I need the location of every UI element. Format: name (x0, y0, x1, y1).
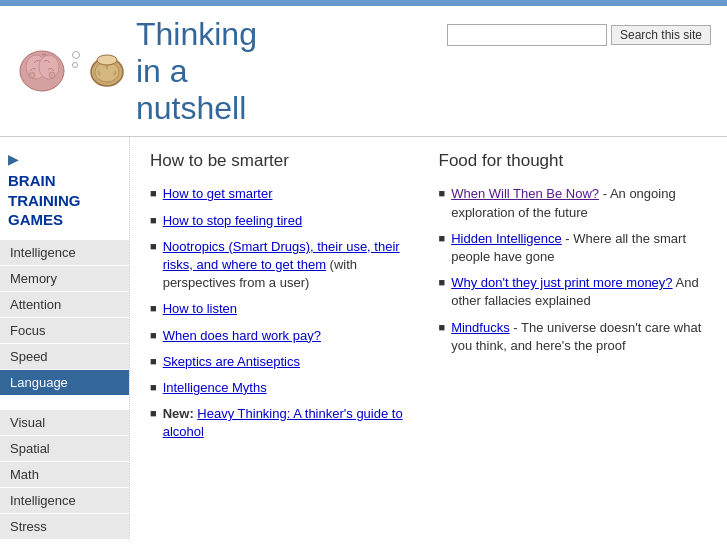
link-myths[interactable]: Intelligence Myths (163, 380, 267, 395)
bullet-icon: ■ (439, 232, 446, 244)
bullet-icon: ■ (150, 240, 157, 252)
left-column: How to be smarter ■ How to get smarter ■… (150, 151, 419, 526)
list-item: ■ Skeptics are Antiseptics (150, 353, 419, 371)
walnut-icon (88, 52, 126, 90)
brain-icon (16, 45, 68, 97)
bullet-icon: ■ (150, 407, 157, 419)
bullet-icon: ■ (150, 302, 157, 314)
link-hidden-intel[interactable]: Hidden Intelligence (451, 231, 562, 246)
link-nootropics[interactable]: Nootropics (Smart Drugs), their use, the… (163, 239, 400, 272)
main-layout: ▶ BRAIN TRAINING GAMES Intelligence Memo… (0, 137, 727, 540)
bullet-icon: ■ (150, 355, 157, 367)
left-column-list: ■ How to get smarter ■ How to stop feeli… (150, 185, 419, 441)
logo-icons (16, 45, 126, 97)
link-skeptics[interactable]: Skeptics are Antiseptics (163, 354, 300, 369)
sidebar-item-math[interactable]: Math (0, 462, 129, 488)
list-item: ■ Hidden Intelligence - Where all the sm… (439, 230, 708, 266)
new-label: New: (163, 406, 194, 421)
list-item: ■ Intelligence Myths (150, 379, 419, 397)
link-stop-tired[interactable]: How to stop feeling tired (163, 213, 302, 228)
right-column-list: ■ When Will Then Be Now? - An ongoing ex… (439, 185, 708, 355)
bullet-icon: ■ (439, 187, 446, 199)
link-heavy-thinking[interactable]: Heavy Thinking: A thinker's guide to alc… (163, 406, 403, 439)
ad-label[interactable]: BRAIN TRAINING GAMES (8, 171, 121, 230)
bullet-icon: ■ (150, 187, 157, 199)
list-item: ■ How to stop feeling tired (150, 212, 419, 230)
link-get-smarter[interactable]: How to get smarter (163, 186, 273, 201)
list-item: ■ When does hard work pay? (150, 327, 419, 345)
sidebar-item-spatial[interactable]: Spatial (0, 436, 129, 462)
svg-point-7 (97, 55, 117, 65)
sidebar-item-stress[interactable]: Stress (0, 514, 129, 540)
bullet-icon: ■ (439, 276, 446, 288)
list-item: ■ Mindfucks - The universe doesn't care … (439, 319, 708, 355)
list-item: ■ When Will Then Be Now? - An ongoing ex… (439, 185, 708, 221)
bullet-icon: ■ (150, 214, 157, 226)
bullet-icon: ■ (150, 381, 157, 393)
header: Thinking in a nutshell Search this site (0, 6, 727, 137)
link-when-will[interactable]: When Will Then Be Now? (451, 186, 599, 201)
list-item: ■ New: Heavy Thinking: A thinker's guide… (150, 405, 419, 441)
sidebar: ▶ BRAIN TRAINING GAMES Intelligence Memo… (0, 137, 130, 540)
search-input[interactable] (447, 24, 607, 46)
link-print-money[interactable]: Why don't they just print more money? (451, 275, 672, 290)
list-item: ■ Nootropics (Smart Drugs), their use, t… (150, 238, 419, 293)
search-area: Search this site (447, 24, 711, 46)
content: How to be smarter ■ How to get smarter ■… (130, 137, 727, 540)
sidebar-item-intelligence2[interactable]: Intelligence (0, 488, 129, 514)
ad-area: ▶ BRAIN TRAINING GAMES (0, 147, 129, 234)
site-title: Thinking in a nutshell (136, 16, 257, 126)
search-button[interactable]: Search this site (611, 25, 711, 45)
sidebar-item-focus[interactable]: Focus (0, 318, 129, 344)
link-how-to-listen[interactable]: How to listen (163, 301, 237, 316)
right-column: Food for thought ■ When Will Then Be Now… (439, 151, 708, 526)
list-item: ■ Why don't they just print more money? … (439, 274, 708, 310)
secondary-nav: Visual Spatial Math Intelligence Stress (0, 410, 129, 540)
sidebar-item-visual[interactable]: Visual (0, 410, 129, 436)
bullet-icon: ■ (439, 321, 446, 333)
sidebar-item-language[interactable]: Language (0, 370, 129, 396)
bullet-icon: ■ (150, 329, 157, 341)
ad-triangle-icon: ▶ (8, 151, 121, 167)
sidebar-item-memory[interactable]: Memory (0, 266, 129, 292)
link-mindfucks[interactable]: Mindfucks (451, 320, 510, 335)
left-column-heading: How to be smarter (150, 151, 419, 171)
right-column-heading: Food for thought (439, 151, 708, 171)
list-item: ■ How to get smarter (150, 185, 419, 203)
link-hard-work[interactable]: When does hard work pay? (163, 328, 321, 343)
sidebar-item-intelligence[interactable]: Intelligence (0, 240, 129, 266)
primary-nav: Intelligence Memory Attention Focus Spee… (0, 240, 129, 396)
list-item: ■ How to listen (150, 300, 419, 318)
svg-point-4 (49, 72, 55, 78)
logo-area: Thinking in a nutshell (16, 16, 447, 126)
sidebar-item-attention[interactable]: Attention (0, 292, 129, 318)
svg-point-3 (29, 72, 35, 78)
sidebar-item-speed[interactable]: Speed (0, 344, 129, 370)
